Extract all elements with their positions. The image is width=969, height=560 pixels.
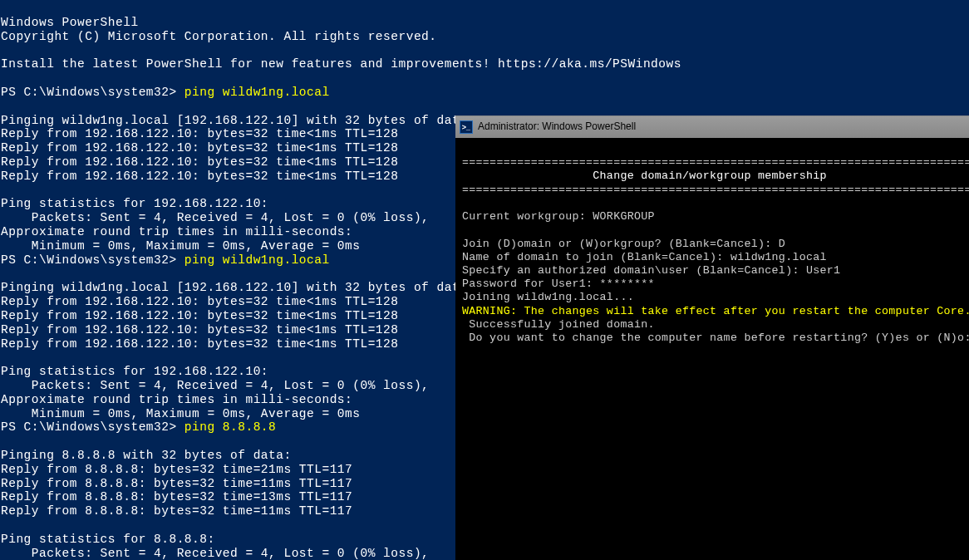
ping3-packets: Packets: Sent = 4, Received = 4, Lost = …	[1, 547, 429, 560]
copyright-line: Copyright (C) Microsoft Corporation. All…	[1, 30, 436, 43]
divider-bottom: ========================================…	[462, 184, 969, 196]
prompt-2: PS C:\Windows\system32> ping wildw1ng.lo…	[1, 253, 330, 267]
ping2-reply-line: Reply from 192.168.122.10: bytes=32 time…	[1, 309, 398, 322]
ping2-stats-header: Ping statistics for 192.168.122.10:	[1, 365, 268, 378]
ps-header-line: Windows PowerShell	[1, 16, 139, 29]
ping1-reply-line: Reply from 192.168.122.10: bytes=32 time…	[1, 155, 398, 169]
ping2-reply-line: Reply from 192.168.122.10: bytes=32 time…	[1, 337, 398, 351]
ping2-approx: Approximate round trip times in milli-se…	[1, 393, 352, 406]
joining-line: Joining wildw1ng.local...	[462, 291, 634, 303]
secondary-window-titlebar[interactable]: >_ Administrator: Windows PowerShell	[455, 116, 969, 138]
ping3-stats-header: Ping statistics for 8.8.8.8:	[1, 533, 215, 546]
user-spec-line: Specify an authorized domain\user (Blank…	[462, 264, 840, 277]
powershell-icon: >_	[460, 120, 473, 134]
rename-prompt-line[interactable]: Do you want to change the computer name …	[462, 332, 969, 344]
prompt-3: PS C:\Windows\system32> ping 8.8.8.8	[1, 420, 276, 434]
join-prompt-line: Join (D)omain or (W)orkgroup? (Blank=Can…	[462, 238, 785, 250]
ping2-times: Minimum = 0ms, Maximum = 0ms, Average = …	[1, 407, 360, 420]
ping1-reply-line: Reply from 192.168.122.10: bytes=32 time…	[1, 127, 398, 140]
ping2-packets: Packets: Sent = 4, Received = 4, Lost = …	[1, 379, 429, 392]
ping1-packets: Packets: Sent = 4, Received = 4, Lost = …	[1, 211, 429, 224]
divider-top: ========================================…	[462, 156, 969, 169]
ping3-reply-line: Reply from 8.8.8.8: bytes=32 time=11ms T…	[1, 504, 352, 518]
ping2-reply-line: Reply from 192.168.122.10: bytes=32 time…	[1, 323, 398, 336]
current-workgroup: Current workgroup: WORKGROUP	[462, 210, 655, 223]
secondary-powershell-window[interactable]: >_ Administrator: Windows PowerShell ===…	[455, 115, 969, 560]
ping3-header: Pinging 8.8.8.8 with 32 bytes of data:	[1, 449, 292, 462]
ping1-reply-line: Reply from 192.168.122.10: bytes=32 time…	[1, 169, 398, 183]
success-line: Successfully joined domain.	[462, 318, 655, 331]
ping2-reply-line: Reply from 192.168.122.10: bytes=32 time…	[1, 295, 398, 308]
secondary-terminal-content[interactable]: ========================================…	[455, 138, 969, 345]
ping3-reply-line: Reply from 8.8.8.8: bytes=32 time=13ms T…	[1, 490, 352, 504]
domain-name-line: Name of domain to join (Blank=Cancel): w…	[462, 251, 827, 263]
ping1-approx: Approximate round trip times in milli-se…	[1, 225, 352, 238]
install-message: Install the latest PowerShell for new fe…	[1, 57, 681, 71]
ping2-header: Pinging wildw1ng.local [192.168.122.10] …	[1, 281, 475, 294]
sconfig-title: Change domain/workgroup membership	[462, 169, 827, 182]
ping1-header: Pinging wildw1ng.local [192.168.122.10] …	[1, 114, 475, 127]
ping3-reply-line: Reply from 8.8.8.8: bytes=32 time=11ms T…	[1, 477, 352, 490]
ping1-times: Minimum = 0ms, Maximum = 0ms, Average = …	[1, 239, 360, 253]
prompt-1: PS C:\Windows\system32> ping wildw1ng.lo…	[1, 86, 330, 99]
password-line: Password for User1: ********	[462, 278, 655, 290]
warning-line: WARNING: The changes will take effect af…	[462, 305, 969, 317]
ping3-reply-line: Reply from 8.8.8.8: bytes=32 time=21ms T…	[1, 463, 352, 476]
secondary-window-title: Administrator: Windows PowerShell	[478, 121, 636, 133]
ping1-stats-header: Ping statistics for 192.168.122.10:	[1, 197, 268, 210]
ping1-reply-line: Reply from 192.168.122.10: bytes=32 time…	[1, 141, 398, 155]
